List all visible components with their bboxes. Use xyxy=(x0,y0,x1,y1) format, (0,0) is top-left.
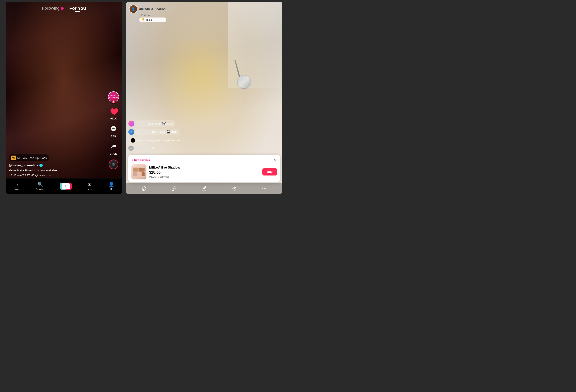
chat-action-2: Sent Panda xyxy=(152,131,165,133)
chat-avatar-2: A xyxy=(128,129,134,135)
product-card-header: ★ Now showing × xyxy=(131,158,277,162)
like-action: 991K xyxy=(109,106,118,120)
video-info: 🛍 MELAA Rose Lip Gloss @melaa_cosmetics … xyxy=(9,155,107,177)
me-icon: 👤 xyxy=(109,182,114,187)
follow-add-button[interactable]: + xyxy=(112,100,115,104)
hi-user: annie2yeon2 xyxy=(135,147,150,150)
live-avatar[interactable]: 👤 xyxy=(129,5,137,13)
music-disc[interactable] xyxy=(109,159,118,169)
chat-bubble-1: william Sent Panda 🐼 x129 xyxy=(136,120,175,127)
svg-point-6 xyxy=(113,164,114,165)
chat-user-1: william xyxy=(138,122,146,125)
panda-icon-2: 🐼 xyxy=(166,130,171,134)
product-title: MELAA Eye Shadow xyxy=(149,166,260,169)
like-button[interactable] xyxy=(109,106,118,116)
product-icon: 🛍 xyxy=(11,156,16,160)
discover-label: Discover xyxy=(36,188,45,190)
home-icon: ⌂ xyxy=(15,182,18,187)
svg-point-14 xyxy=(262,188,263,189)
product-tag[interactable]: 🛍 MELAA Rose Lip Gloss xyxy=(9,155,49,161)
action-buttons: MELAA Cosmetics + 991K xyxy=(108,91,119,169)
top1-text: Top 1 xyxy=(145,18,152,21)
live-ctrl-edit[interactable] xyxy=(201,185,208,192)
chat-bubble-2: ankita3767 Sent Panda 🐼 x129 xyxy=(136,129,180,135)
video-username[interactable]: @melaa_cosmetics ✓ xyxy=(9,163,107,167)
add-content-icon: + xyxy=(62,183,70,189)
comment-count: 9.8K xyxy=(111,135,116,138)
live-top-info: 👤 ankita82318231823 2333 likes 🏆 Top 1 xyxy=(126,2,282,22)
now-showing-text: Now showing xyxy=(134,158,150,161)
svg-rect-9 xyxy=(139,168,144,172)
gift-count-1: x129 xyxy=(167,122,173,125)
product-card-body: MELAA Eye Shadow $28.00 MELAA Cosmetics … xyxy=(131,164,277,180)
nav-inbox[interactable]: ✉ Inbox xyxy=(87,182,92,190)
nav-me[interactable]: 👤 Me xyxy=(109,182,114,190)
video-description: Melaa Matte Rose Lip is now available. xyxy=(9,168,107,172)
verified-badge: ✓ xyxy=(39,164,43,167)
chat-gift-2: 🐼 x129 xyxy=(166,130,177,134)
inbox-icon: ✉ xyxy=(88,182,91,187)
top1-badge: 🏆 Top 1 xyxy=(139,18,166,22)
buy-button[interactable]: Buy xyxy=(262,168,277,176)
feed-panel: Following + For You MELAA Cosmetics + xyxy=(6,2,122,194)
username-text: @melaa_cosmetics xyxy=(9,163,38,167)
now-showing-label: ★ Now showing xyxy=(131,158,150,161)
live-panel: 👤 ankita82318231823 2333 likes 🏆 Top 1 xyxy=(126,2,282,194)
chat-action-1: Sent Panda xyxy=(148,122,161,125)
nav-discover[interactable]: 🔍 Discover xyxy=(36,182,45,190)
comment-action: 9.8K xyxy=(109,124,118,138)
system-text: We're notifying viewers that you're LIVE… xyxy=(137,139,180,142)
system-message: ♪ We're notifying viewers that you're LI… xyxy=(128,137,280,144)
svg-rect-12 xyxy=(142,172,144,176)
inbox-label: Inbox xyxy=(87,188,92,190)
live-ctrl-power[interactable] xyxy=(230,185,238,192)
svg-point-1 xyxy=(112,128,113,129)
add-content-button[interactable]: + xyxy=(61,183,71,190)
me-label: Me xyxy=(110,188,113,190)
product-card: ★ Now showing × xyxy=(128,155,280,183)
app-container: Following + For You MELAA Cosmetics + xyxy=(0,0,288,196)
for-you-label: For You xyxy=(69,6,86,11)
creator-avatar[interactable]: MELAA Cosmetics + xyxy=(108,91,119,102)
live-user-row: 👤 ankita82318231823 xyxy=(129,5,166,13)
chat-message-2: A ankita3767 Sent Panda 🐼 x129 xyxy=(128,129,280,135)
svg-rect-8 xyxy=(133,168,139,172)
live-likes: 2333 likes xyxy=(139,14,166,17)
live-ctrl-rotate[interactable] xyxy=(141,185,148,192)
like-count: 991K xyxy=(110,117,116,120)
chat-gift-1: 🐼 x129 xyxy=(162,122,173,126)
svg-rect-10 xyxy=(133,172,137,176)
comment-button[interactable] xyxy=(109,124,118,134)
product-brand: MELAA Cosmetics xyxy=(149,175,260,178)
hi-message: a annie2yeon2 Hi xyxy=(128,146,280,151)
discover-icon: 🔍 xyxy=(37,182,43,187)
top-navigation: Following + For You xyxy=(6,6,122,11)
live-username[interactable]: ankita82318231823 xyxy=(139,7,166,11)
svg-rect-11 xyxy=(137,172,141,176)
share-action: 3.79K xyxy=(109,142,118,155)
video-background: Following + For You MELAA Cosmetics + xyxy=(6,2,122,194)
chat-overlay: william Sent Panda 🐼 x129 A ankita376 xyxy=(128,120,280,152)
gift-count-2: x129 xyxy=(171,130,177,133)
now-showing-dot: ★ xyxy=(131,159,133,161)
tiktok-logo-small: ♪ xyxy=(131,138,135,143)
chat-avatar-1 xyxy=(128,121,134,127)
live-bottom-controls xyxy=(126,183,282,194)
live-video-background: 👤 ankita82318231823 2333 likes 🏆 Top 1 xyxy=(126,2,282,194)
following-label: Following xyxy=(42,6,59,11)
share-count: 3.79K xyxy=(110,152,117,155)
music-info: ♪ SHE WAVES AT ME @melaa_cos xyxy=(9,174,107,177)
for-you-tab[interactable]: For You xyxy=(69,6,86,11)
live-ctrl-link[interactable] xyxy=(170,185,178,192)
product-card-close[interactable]: × xyxy=(273,158,277,162)
svg-point-15 xyxy=(264,188,265,189)
chat-message-1: william Sent Panda 🐼 x129 xyxy=(128,120,280,127)
live-ctrl-more[interactable] xyxy=(260,185,268,192)
following-tab[interactable]: Following + xyxy=(42,6,64,11)
nav-add[interactable]: + xyxy=(61,183,71,190)
svg-point-16 xyxy=(265,188,266,189)
nav-home[interactable]: ⌂ Home xyxy=(14,182,20,190)
hi-text: Hi xyxy=(151,147,154,150)
svg-point-3 xyxy=(115,128,115,129)
share-button[interactable] xyxy=(109,142,118,152)
